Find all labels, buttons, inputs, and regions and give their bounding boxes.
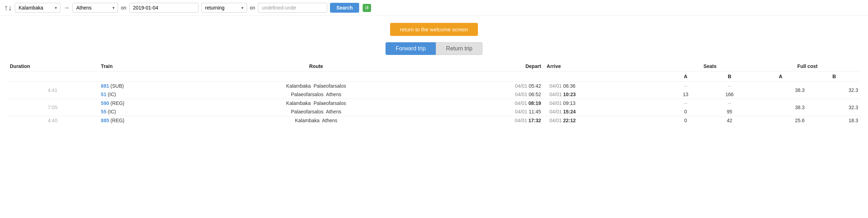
arrive-cell: 04/01 22:12 <box>544 116 666 125</box>
from-select[interactable]: Kalambaka <box>15 3 60 13</box>
train-cell: 881 (SUB) <box>98 82 201 91</box>
train-type: (IC) <box>108 109 116 114</box>
train-number: 590 <box>101 100 109 106</box>
arrive-date: 04/01 <box>550 92 562 97</box>
train-cell: 55 (IC) <box>98 107 201 116</box>
search-button[interactable]: Search <box>330 3 359 13</box>
route-to: Palaeofarsalos <box>313 83 346 89</box>
to-dropdown-wrapper: Athens ▼ <box>72 3 118 13</box>
route-arrow-icon: → <box>63 4 70 12</box>
route-from: Kalambaka <box>286 83 311 89</box>
translate-button[interactable]: 译 <box>363 4 371 12</box>
cost-a-cell: 38.3 <box>754 82 807 99</box>
train-cell: 885 (REG) <box>98 116 201 125</box>
col-seats-a: A <box>666 71 705 82</box>
train-type: (IC) <box>108 92 116 97</box>
col-train-sub <box>98 71 201 82</box>
arrive-date: 04/01 <box>550 83 562 89</box>
route-cell: Kalambaka Palaeofarsalos <box>201 82 432 91</box>
depart-time: 06:52 <box>529 92 541 97</box>
col-route-sub <box>201 71 432 82</box>
col-seats: Seats <box>666 61 754 71</box>
depart-date-input[interactable] <box>129 3 199 13</box>
logo-icon: ↑↓ <box>4 3 12 12</box>
on2-label: on <box>250 5 255 11</box>
arrive-cell: 04/01 06:36 <box>544 82 666 91</box>
col-train: Train <box>98 61 201 71</box>
arrive-time: 09:13 <box>563 100 576 106</box>
results-table-wrapper: Duration Train Route Depart Arrive Seats… <box>0 61 868 125</box>
duration-cell: 7:05 <box>7 99 98 116</box>
seats-a-cell: -- <box>666 82 705 91</box>
depart-date: 04/01 <box>515 118 527 123</box>
arrive-cell: 04/01 09:13 <box>544 99 666 108</box>
seats-b-cell: -- <box>705 82 754 91</box>
cost-b-cell: 18.3 <box>808 116 861 125</box>
train-type: (REG) <box>110 100 124 106</box>
route-to: Palaeofarsalos <box>313 100 346 106</box>
depart-cell: 04/01 05:42 <box>432 82 544 91</box>
return-date-input[interactable] <box>258 3 327 13</box>
cost-b-cell: 32.3 <box>808 99 861 116</box>
col-route: Route <box>201 61 432 71</box>
to-select[interactable]: Athens <box>72 3 118 13</box>
seats-a-cell: -- <box>666 99 705 108</box>
depart-time: 05:42 <box>529 83 541 89</box>
route-cell: Kalambaka Athens <box>201 116 432 125</box>
route-cell: Palaeofarsalos Athens <box>201 107 432 116</box>
arrive-time: 10:23 <box>563 92 576 97</box>
depart-cell: 04/01 08:19 <box>432 99 544 108</box>
arrive-time: 15:24 <box>563 109 576 114</box>
col-arrive-sub <box>544 71 666 82</box>
main-content: return to the welcome screen Forward tri… <box>0 16 868 128</box>
depart-date: 04/01 <box>515 109 527 114</box>
depart-cell: 04/01 11:45 <box>432 107 544 116</box>
route-from: Palaeofarsalos <box>291 92 324 97</box>
col-cost-b: B <box>808 71 861 82</box>
cost-a-cell: 38.3 <box>754 99 807 116</box>
cost-b-cell: 32.3 <box>808 82 861 99</box>
seats-b-cell: 166 <box>705 90 754 99</box>
depart-date: 04/01 <box>515 100 527 106</box>
arrive-cell: 04/01 10:23 <box>544 90 666 99</box>
arrive-time: 22:12 <box>563 118 576 123</box>
col-arrive: Arrive <box>544 61 666 71</box>
duration-cell: 4:41 <box>7 82 98 99</box>
route-cell: Palaeofarsalos Athens <box>201 90 432 99</box>
arrive-date: 04/01 <box>550 100 562 106</box>
route-to: Athens <box>322 118 337 123</box>
duration-cell: 4:40 <box>7 116 98 125</box>
train-cell: 590 (REG) <box>98 99 201 108</box>
seats-a-cell: 0 <box>666 107 705 116</box>
tab-return-trip[interactable]: Return trip <box>436 42 482 55</box>
seats-a-cell: 13 <box>666 90 705 99</box>
depart-time: 08:19 <box>529 100 541 106</box>
arrive-date: 04/01 <box>550 109 562 114</box>
seats-b-cell: -- <box>705 99 754 108</box>
route-from: Palaeofarsalos <box>291 109 324 114</box>
tab-forward-trip[interactable]: Forward trip <box>386 42 436 55</box>
train-cell: 51 (IC) <box>98 90 201 99</box>
col-duration-sub <box>7 71 98 82</box>
depart-cell: 04/01 06:52 <box>432 90 544 99</box>
seats-a-cell: 0 <box>666 116 705 125</box>
col-depart-sub <box>432 71 544 82</box>
route-to: Athens <box>326 109 342 114</box>
train-number: 51 <box>101 92 106 97</box>
col-duration: Duration <box>7 61 98 71</box>
arrive-cell: 04/01 15:24 <box>544 107 666 116</box>
cost-a-cell: 25.6 <box>754 116 807 125</box>
welcome-screen-button[interactable]: return to the welcome screen <box>390 23 478 36</box>
col-cost-a: A <box>754 71 807 82</box>
route-cell: Kalambaka Palaeofarsalos <box>201 99 432 108</box>
train-number: 881 <box>101 83 109 89</box>
depart-cell: 04/01 17:32 <box>432 116 544 125</box>
results-table: Duration Train Route Depart Arrive Seats… <box>7 61 861 125</box>
from-dropdown-wrapper: Kalambaka ▼ <box>15 3 60 13</box>
train-type: (SUB) <box>110 83 124 89</box>
col-depart: Depart <box>432 61 544 71</box>
col-fullcost: Full cost <box>754 61 861 71</box>
trip-type-select[interactable]: returning one-way <box>201 3 247 13</box>
train-number: 55 <box>101 109 106 114</box>
on1-label: on <box>121 5 127 11</box>
